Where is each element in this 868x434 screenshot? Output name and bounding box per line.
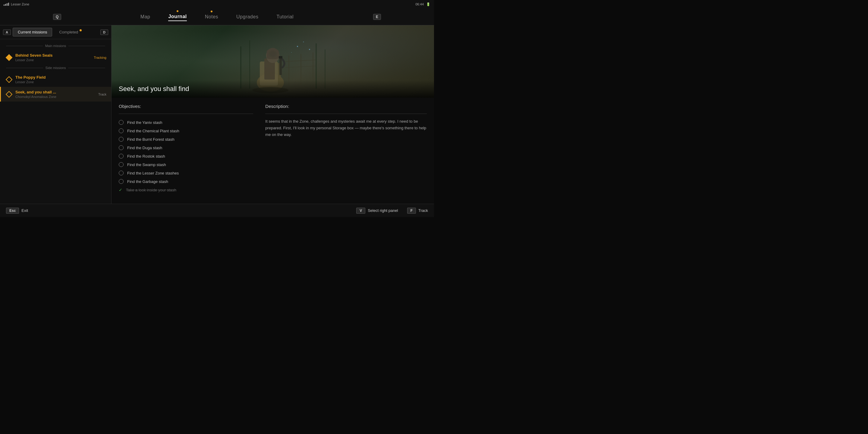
mission-icon-behind-seven-seals <box>6 54 12 61</box>
objectives-divider <box>119 114 253 114</box>
mission-icon-poppy-field <box>6 76 12 83</box>
svg-point-21 <box>309 49 310 50</box>
svg-point-22 <box>291 52 292 53</box>
tab-journal[interactable]: Journal <box>168 13 187 21</box>
mission-text-seek: Seek, and you shall ... Chornobyl Anomal… <box>16 90 95 98</box>
objectives-section: Objectives: Find the Yaniv stash Find th… <box>119 104 253 198</box>
objective-duga: Find the Duga stash <box>119 144 253 152</box>
objective-garbage: Find the Garbage stash <box>119 177 253 186</box>
top-bar-left: Lesser Zone <box>4 2 29 6</box>
objective-label: Find the Rostok stash <box>127 154 165 158</box>
objective-label: Find the Swamp stash <box>127 162 166 167</box>
description-divider <box>265 114 427 114</box>
objective-yaniv: Find the Yaniv stash <box>119 118 253 127</box>
top-bar: Lesser Zone 06:44 🔋 <box>0 0 434 8</box>
f-key[interactable]: F <box>407 208 416 214</box>
objectives-title: Objectives: <box>119 104 253 109</box>
mission-icon-seek <box>6 91 12 98</box>
tab-completed[interactable]: Completed <box>54 28 83 36</box>
objective-chemical: Find the Chemical Plant stash <box>119 127 253 135</box>
objective-circle-icon <box>119 154 124 158</box>
select-panel-action[interactable]: V Select right panel <box>356 208 398 214</box>
mission-tracking-label: Tracking <box>94 56 106 59</box>
section-main-missions: Main missions <box>0 43 111 50</box>
app-title: Lesser Zone <box>11 2 29 6</box>
objective-circle-icon <box>119 128 124 133</box>
track-action[interactable]: F Track <box>407 208 428 214</box>
nav-key-e[interactable]: E <box>373 14 381 20</box>
tab-key-a[interactable]: A <box>3 30 11 35</box>
mission-image: Seek, and you shall find <box>112 25 434 98</box>
objective-lesser-zone: Find the Lesser Zone stashes <box>119 169 253 177</box>
exit-action[interactable]: Esc Exit <box>6 208 28 214</box>
mission-name: Seek, and you shall ... <box>16 90 95 94</box>
objective-label: Take a look inside your stash <box>126 188 176 192</box>
mission-poppy-field[interactable]: The Poppy Field Lesser Zone <box>0 72 111 87</box>
objective-label: Find the Lesser Zone stashes <box>127 171 179 176</box>
svg-point-19 <box>297 46 298 47</box>
battery-icon: 🔋 <box>426 2 430 6</box>
v-key[interactable]: V <box>356 208 365 214</box>
mission-name: The Poppy Field <box>16 75 106 80</box>
mission-tabs: A Current missions Completed D <box>0 25 111 39</box>
mission-seek-and-you-shall[interactable]: Seek, and you shall ... Chornobyl Anomal… <box>0 87 111 101</box>
tab-notes[interactable]: Notes <box>205 13 218 21</box>
content-area: Objectives: Find the Yaniv stash Find th… <box>112 98 434 204</box>
notes-notification-dot <box>211 10 213 12</box>
objective-label: Find the Garbage stash <box>127 179 168 184</box>
select-panel-label: Select right panel <box>368 208 398 213</box>
diamond-outline-icon-2 <box>6 91 13 98</box>
mission-list: Main missions Behind Seven Seals Lesser … <box>0 39 111 204</box>
objective-circle-icon <box>119 179 124 184</box>
sidebar: A Current missions Completed D Main miss… <box>0 25 112 204</box>
nav-key-q[interactable]: Q <box>53 14 61 20</box>
objective-circle-icon <box>119 170 124 176</box>
mission-zone: Lesser Zone <box>16 58 91 62</box>
signal-bar-1 <box>4 4 4 6</box>
mission-text-behind-seven-seals: Behind Seven Seals Lesser Zone <box>16 53 91 62</box>
bottom-bar: Esc Exit V Select right panel F Track <box>0 204 434 217</box>
objective-rostok: Find the Rostok stash <box>119 152 253 160</box>
tab-key-d[interactable]: D <box>100 30 108 35</box>
mission-text-poppy-field: The Poppy Field Lesser Zone <box>16 75 106 84</box>
svg-point-20 <box>303 41 304 42</box>
time-display: 06:44 <box>415 2 424 6</box>
signal-bar-3 <box>7 3 7 6</box>
tab-tutorial[interactable]: Tutorial <box>276 13 293 21</box>
mission-zone: Lesser Zone <box>16 80 106 84</box>
journal-notification-dot <box>177 10 179 12</box>
description-title: Description: <box>265 104 427 109</box>
objective-circle-icon <box>119 137 124 142</box>
main-content: A Current missions Completed D Main miss… <box>0 25 434 204</box>
objective-label: Find the Chemical Plant stash <box>127 129 179 133</box>
mission-image-title: Seek, and you shall find <box>119 85 427 93</box>
mission-track-label: Track <box>98 93 106 96</box>
tab-current-missions[interactable]: Current missions <box>13 28 53 36</box>
svg-rect-17 <box>279 56 282 59</box>
svg-rect-16 <box>279 57 282 75</box>
signal-bar-2 <box>5 4 6 6</box>
mission-behind-seven-seals[interactable]: Behind Seven Seals Lesser Zone Tracking <box>0 50 111 65</box>
mission-name: Behind Seven Seals <box>16 53 91 58</box>
objective-label: Find the Duga stash <box>127 146 162 150</box>
mission-zone: Chornobyl Anomalous Zone <box>16 95 95 98</box>
diamond-filled-icon <box>6 54 13 61</box>
completed-notification-dot <box>80 29 82 31</box>
tab-upgrades[interactable]: Upgrades <box>236 13 258 21</box>
navigation: Q Map Journal Notes Upgrades Tutorial E <box>0 8 434 25</box>
objective-label: Find the Yaniv stash <box>127 120 162 125</box>
objective-swamp: Find the Swamp stash <box>119 160 253 169</box>
signal-bars <box>4 3 9 6</box>
objective-circle-icon <box>119 145 124 150</box>
description-section: Description: It seems that in the Zone, … <box>265 104 427 198</box>
esc-key[interactable]: Esc <box>6 208 19 214</box>
mission-image-overlay: Seek, and you shall find <box>112 80 434 98</box>
check-icon: ✓ <box>119 187 122 192</box>
objective-burnt-forest: Find the Burnt Forest stash <box>119 135 253 144</box>
nav-tabs: Map Journal Notes Upgrades Tutorial <box>141 13 293 21</box>
objective-circle-icon <box>119 162 124 167</box>
tab-map[interactable]: Map <box>141 13 150 21</box>
top-bar-right: 06:44 🔋 <box>415 2 430 6</box>
diamond-outline-icon <box>6 76 13 83</box>
objective-label: Find the Burnt Forest stash <box>127 137 175 142</box>
